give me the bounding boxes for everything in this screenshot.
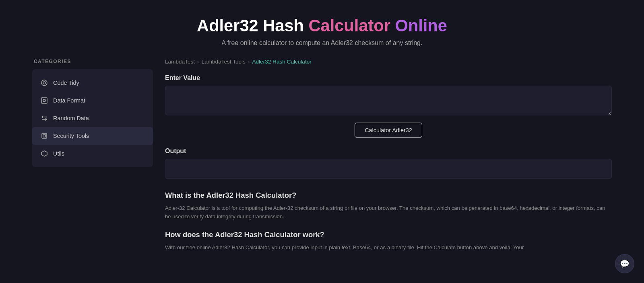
svg-marker-6 <box>41 151 47 156</box>
how-does-title: How does the Adler32 Hash Calculator wor… <box>165 230 612 239</box>
sidebar-item-random-data[interactable]: Random Data <box>32 109 153 127</box>
breadcrumb-lambdatest[interactable]: LambdaTest <box>165 59 195 65</box>
categories-label: CATEGORIES <box>32 59 153 64</box>
how-does-section: How does the Adler32 Hash Calculator wor… <box>165 230 612 252</box>
title-part2: Calculator <box>309 16 390 35</box>
sidebar-item-utils[interactable]: Utils <box>32 145 153 162</box>
hero-subtitle: A free online calculator to compute an A… <box>8 39 636 47</box>
sidebar-item-code-tidy[interactable]: Code Tidy <box>32 74 153 92</box>
page-wrapper: Adler32 Hash Calculator Online A free on… <box>0 0 644 283</box>
sidebar-item-label-utils: Utils <box>53 150 64 157</box>
sidebar-item-security-tools[interactable]: Security Tools <box>32 127 153 145</box>
output-label: Output <box>165 148 612 155</box>
svg-rect-5 <box>43 135 45 137</box>
sidebar: CATEGORIES Code Tidy <box>32 59 153 283</box>
random-data-icon <box>40 114 48 122</box>
content-area: LambdaTest › LambdaTest Tools › Adler32 … <box>165 59 612 283</box>
breadcrumb-current: Adler32 Hash Calculator <box>252 59 311 65</box>
sidebar-item-label-security-tools: Security Tools <box>53 133 89 139</box>
sidebar-item-label-random-data: Random Data <box>53 115 89 121</box>
security-tools-icon <box>40 132 48 140</box>
output-area <box>165 159 612 179</box>
what-is-text: Adler-32 Calculator is a tool for comput… <box>165 204 612 221</box>
title-part1: Adler32 Hash <box>197 16 308 35</box>
svg-point-3 <box>43 99 45 102</box>
what-is-section: What is the Adler32 Hash Calculator? Adl… <box>165 191 612 221</box>
chat-icon: 💬 <box>620 259 630 269</box>
main-layout: CATEGORIES Code Tidy <box>0 59 644 283</box>
what-is-title: What is the Adler32 Hash Calculator? <box>165 191 612 200</box>
chat-fab-button[interactable]: 💬 <box>615 254 634 273</box>
code-tidy-icon <box>40 79 48 87</box>
svg-point-0 <box>41 80 47 86</box>
breadcrumb-sep-1: › <box>197 59 199 65</box>
data-format-icon <box>40 96 48 105</box>
sidebar-box: Code Tidy Data Format <box>32 69 153 167</box>
page-title: Adler32 Hash Calculator Online <box>8 16 636 35</box>
enter-value-label: Enter Value <box>165 74 612 82</box>
title-part3: Online <box>390 16 447 35</box>
sidebar-item-data-format[interactable]: Data Format <box>32 92 153 109</box>
svg-rect-2 <box>41 98 47 103</box>
svg-point-1 <box>43 82 45 84</box>
button-row: Calculator Adler32 <box>165 123 612 138</box>
hero-section: Adler32 Hash Calculator Online A free on… <box>0 0 644 59</box>
enter-value-input[interactable] <box>165 86 612 115</box>
breadcrumb-lambdatest-tools[interactable]: LambdaTest Tools <box>202 59 246 65</box>
svg-rect-4 <box>42 133 47 138</box>
breadcrumb: LambdaTest › LambdaTest Tools › Adler32 … <box>165 59 612 65</box>
utils-icon <box>40 150 48 158</box>
calculate-button[interactable]: Calculator Adler32 <box>355 123 422 138</box>
sidebar-item-label-data-format: Data Format <box>53 97 85 104</box>
how-does-text: With our free online Adler32 Hash Calcul… <box>165 243 612 252</box>
sidebar-item-label-code-tidy: Code Tidy <box>53 80 79 86</box>
breadcrumb-sep-2: › <box>248 59 250 65</box>
